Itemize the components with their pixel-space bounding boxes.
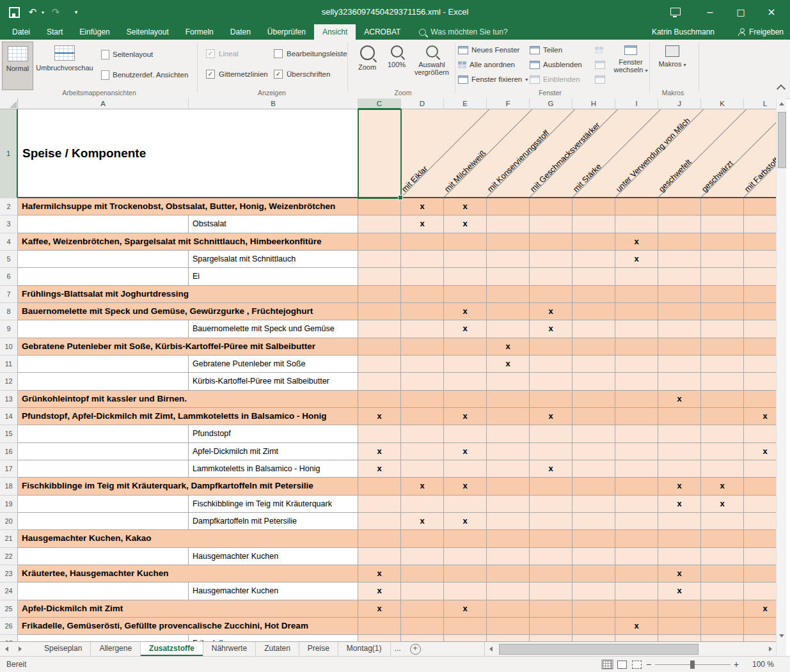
cell-E8[interactable]: x: [444, 303, 487, 320]
cell-H21[interactable]: [573, 530, 615, 547]
cell-I2[interactable]: [615, 198, 658, 215]
row-header-8[interactable]: 8: [0, 303, 18, 320]
cell-I7[interactable]: [615, 286, 658, 303]
cell-J14[interactable]: [658, 408, 701, 425]
cell-I14[interactable]: [615, 408, 658, 425]
cell-B27[interactable]: Frikadelle: [189, 635, 358, 641]
cell-D8[interactable]: [401, 303, 444, 320]
cell-L13[interactable]: [744, 391, 776, 408]
cell-J24[interactable]: x: [658, 582, 701, 600]
cell-A6[interactable]: [18, 268, 189, 285]
cell-B19[interactable]: Fischkibblinge im Teig mit Kräuterquark: [189, 496, 358, 513]
cell-C12[interactable]: [358, 373, 401, 390]
cell-L7[interactable]: [744, 286, 776, 303]
cell-A13[interactable]: Grünkohleintopf mit kassler und Birnen.: [18, 391, 358, 408]
freeze-panes-button[interactable]: Fenster fixieren ▾: [458, 73, 528, 86]
column-header-C[interactable]: C: [358, 98, 401, 109]
cell-A25[interactable]: Apfel-Dickmilch mit Zimt: [18, 600, 358, 618]
cell-A10[interactable]: Gebratene Putenleber mit Soße, Kürbis-Ka…: [18, 338, 358, 356]
cell-C8[interactable]: [358, 303, 401, 320]
minimize-button[interactable]: −: [698, 0, 722, 24]
horizontal-scrollbar[interactable]: [484, 642, 776, 656]
cell-G12[interactable]: [530, 373, 573, 390]
custom-views-button[interactable]: Benutzerdef. Ansichten: [101, 68, 188, 81]
cell-G8[interactable]: x: [530, 303, 573, 320]
cell-G16[interactable]: [530, 443, 573, 460]
cell-K20[interactable]: [701, 513, 744, 530]
cell-H14[interactable]: [573, 408, 615, 425]
cell-D19[interactable]: [401, 496, 444, 513]
reset-window-position-button[interactable]: [595, 73, 605, 86]
cell-C22[interactable]: [358, 548, 401, 565]
ribbon-tab-einfügen[interactable]: Einfügen: [71, 24, 118, 40]
cell-H25[interactable]: [573, 600, 615, 618]
cell-E9[interactable]: x: [444, 320, 487, 338]
cell-G20[interactable]: [530, 513, 573, 530]
cell-C21[interactable]: [358, 530, 401, 547]
cell-F24[interactable]: [487, 582, 530, 600]
row-header-24[interactable]: 24: [0, 582, 18, 600]
cell-G9[interactable]: x: [530, 320, 573, 338]
row-header-1[interactable]: 1: [0, 109, 18, 198]
cell-D21[interactable]: [401, 530, 444, 547]
ribbon-tab-überprüfen[interactable]: Überprüfen: [259, 24, 314, 40]
row-header-23[interactable]: 23: [0, 565, 18, 582]
cell-E4[interactable]: [444, 233, 487, 251]
cell-I8[interactable]: [615, 303, 658, 320]
cell-C16[interactable]: x: [358, 443, 401, 460]
cell-G13[interactable]: [530, 391, 573, 408]
cell-J16[interactable]: [658, 443, 701, 460]
cell-E6[interactable]: [444, 268, 487, 285]
cell-K10[interactable]: [701, 338, 744, 356]
checkbox-gitternetzlinien[interactable]: ✓Gitternetzlinien: [206, 66, 273, 82]
cell-B6[interactable]: Ei: [189, 268, 358, 285]
column-header-J[interactable]: J: [658, 98, 701, 109]
cell-K27[interactable]: [701, 635, 744, 641]
cell-L2[interactable]: [744, 198, 776, 215]
switch-windows-button[interactable]: Fenster wechseln ▾: [613, 42, 649, 89]
cell-F17[interactable]: [487, 460, 530, 478]
cell-J15[interactable]: [658, 425, 701, 442]
column-header-H[interactable]: H: [573, 98, 615, 109]
ribbon-tab-daten[interactable]: Daten: [222, 24, 259, 40]
cell-A23[interactable]: Kräutertee, Hausgemachter Kuchen: [18, 565, 358, 582]
checkbox-bearbeitungsleiste[interactable]: Bearbeitungsleiste: [274, 46, 347, 61]
cell-E13[interactable]: [444, 391, 487, 408]
cell-H17[interactable]: [573, 460, 615, 478]
cell-H7[interactable]: [573, 286, 615, 303]
normal-view-shortcut[interactable]: [601, 659, 613, 669]
cell-G6[interactable]: [530, 268, 573, 285]
cell-D22[interactable]: [401, 548, 444, 565]
cell-A9[interactable]: [18, 320, 189, 338]
column-header-L[interactable]: L: [744, 98, 776, 109]
page-layout-button[interactable]: Seitenlayout: [101, 48, 153, 61]
cell-C26[interactable]: [358, 618, 401, 635]
cell-L20[interactable]: [744, 513, 776, 530]
normal-view-button[interactable]: Normal: [2, 42, 33, 90]
sheet-nav-previous-button[interactable]: [0, 642, 13, 656]
cell-L18[interactable]: [744, 478, 776, 495]
cell-J26[interactable]: [658, 618, 701, 635]
sheet-nav-next-button[interactable]: [13, 642, 27, 656]
cell-H11[interactable]: [573, 356, 615, 373]
cell-F18[interactable]: [487, 478, 530, 495]
cell-D9[interactable]: [401, 320, 444, 338]
cell-F15[interactable]: [487, 425, 530, 442]
zoom-to-selection-button[interactable]: Auswahl vergrößern: [412, 42, 452, 89]
cell-A4[interactable]: Kaffee, Weizenbrötchen, Spargelsalat mit…: [18, 233, 358, 251]
cell-K4[interactable]: [701, 233, 744, 251]
cell-G3[interactable]: [530, 215, 573, 233]
sheet-tab-zutaten[interactable]: Zutaten: [256, 642, 299, 656]
cell-E18[interactable]: x: [444, 478, 487, 495]
cell-D17[interactable]: [401, 460, 444, 478]
cell-E27[interactable]: [444, 635, 487, 641]
column-header-D[interactable]: D: [401, 98, 444, 109]
cell-A14[interactable]: Pfundstopf, Apfel-Dickmilch mit Zimt, La…: [18, 408, 358, 425]
zoom-out-button[interactable]: −: [646, 657, 651, 672]
view-side-by-side-button[interactable]: [595, 43, 603, 56]
cell-K2[interactable]: [701, 198, 744, 215]
cell-K12[interactable]: [701, 373, 744, 390]
cell-H15[interactable]: [573, 425, 615, 442]
cell-K6[interactable]: [701, 268, 744, 285]
cell-H4[interactable]: [573, 233, 615, 251]
